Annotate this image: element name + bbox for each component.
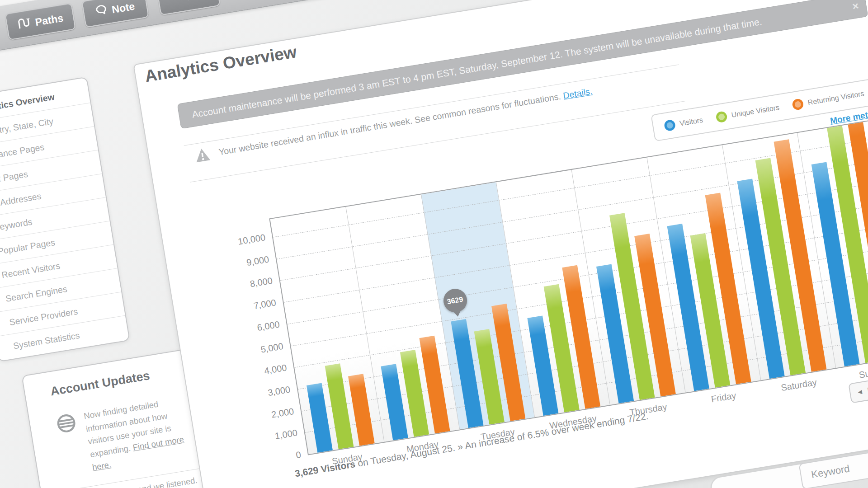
y-axis-tick-label: 2,000 xyxy=(271,406,295,420)
account-update-text: Now finding detailed information about h… xyxy=(83,392,201,474)
tilted-ui-canvas: eTransposePathsNote Show Results: Daily … xyxy=(0,0,868,488)
legend-label: Visitors xyxy=(679,116,703,128)
y-axis-tick-label: 7,000 xyxy=(253,297,277,311)
warning-icon xyxy=(193,147,211,163)
main-content-card: Analytics Overview Account maintenance w… xyxy=(133,0,868,488)
y-axis-tick-label: 1,000 xyxy=(274,428,298,442)
sidebar-nav: Analytics OverviewCountry, State, CityEn… xyxy=(0,76,130,362)
globe-icon xyxy=(54,411,85,479)
legend-item-returning-visitors: Returning Visitors xyxy=(792,88,865,111)
bar-visitors[interactable] xyxy=(307,383,333,453)
tooltip-tail xyxy=(453,311,462,317)
y-axis-tick-label: 3,000 xyxy=(267,384,291,398)
y-axis-tick-label: 9,000 xyxy=(246,254,270,268)
bar-group-sunday-0 xyxy=(304,360,375,453)
y-axis-tick-label: 8,000 xyxy=(249,276,273,290)
legend-item-unique-visitors: Unique Visitors xyxy=(715,102,780,123)
details-link[interactable]: Details. xyxy=(562,86,593,100)
bar-group-saturday-6 xyxy=(731,139,826,379)
legend-item-visitors: Visitors xyxy=(664,115,704,132)
bar-group-thursday-4 xyxy=(589,210,676,404)
y-axis-tick-label: 4,000 xyxy=(264,362,288,376)
legend-dot-icon xyxy=(792,98,805,111)
data-tooltip: 3629 xyxy=(442,287,469,319)
toolbar-button-label: Note xyxy=(111,0,136,16)
star-icon xyxy=(182,0,195,5)
bar-group-monday-1 xyxy=(377,336,450,441)
toolbar-button-partial-4[interactable] xyxy=(156,0,221,15)
bar-group-wednesday-3 xyxy=(520,265,601,416)
bar-group-friday-5 xyxy=(663,192,751,391)
close-icon[interactable]: × xyxy=(850,0,861,19)
tooltip-value: 3629 xyxy=(442,287,469,314)
toolbar-button-paths[interactable]: Paths xyxy=(5,3,76,40)
y-axis-tick-label: 6,000 xyxy=(256,319,280,333)
arrow-left-icon: ◀ xyxy=(857,389,862,395)
legend-dot-icon xyxy=(664,119,676,132)
toolbar-button-label: Paths xyxy=(34,12,64,28)
note-icon xyxy=(94,3,108,19)
bar-returning-visitors[interactable] xyxy=(348,374,375,446)
sidebar-list: Analytics OverviewCountry, State, CityEn… xyxy=(0,80,129,360)
y-axis-tick-label: 10,000 xyxy=(237,232,266,247)
legend-label: Unique Visitors xyxy=(731,103,780,119)
paths-icon xyxy=(16,16,32,32)
page-title: Analytics Overview xyxy=(144,42,298,86)
screenshot-stage: eTransposePathsNote Show Results: Daily … xyxy=(0,0,868,488)
plot-area xyxy=(270,121,868,454)
y-axis-tick-label: 0 xyxy=(295,450,302,460)
toolbar-button-note[interactable]: Note xyxy=(81,0,149,28)
legend-label: Returning Visitors xyxy=(807,89,865,107)
legend-dot-icon xyxy=(715,111,728,123)
bar-chart-plot: 3629 xyxy=(269,120,868,455)
y-axis-tick-label: 5,000 xyxy=(260,341,284,355)
